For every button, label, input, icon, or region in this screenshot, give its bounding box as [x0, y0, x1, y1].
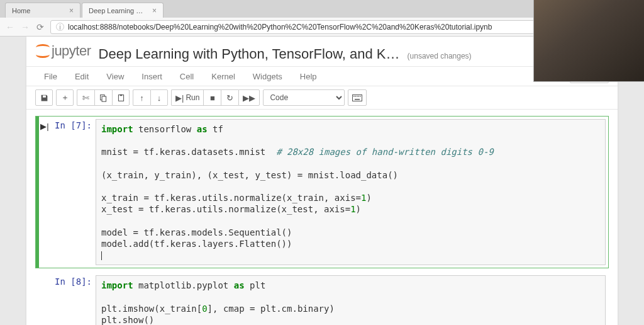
- webcam-overlay: [533, 0, 644, 82]
- save-button[interactable]: [35, 89, 53, 106]
- svg-rect-7: [357, 96, 358, 97]
- plus-icon: ＋: [61, 92, 69, 103]
- code-editor[interactable]: import matplotlib.pyplot as plt plt.imsh…: [96, 275, 606, 325]
- arrow-up-icon: ↑: [140, 93, 144, 103]
- copy-icon: [99, 94, 108, 102]
- info-icon[interactable]: i: [56, 23, 64, 31]
- cell-gutter: ▶|: [39, 117, 50, 268]
- menu-cell[interactable]: Cell: [171, 72, 203, 81]
- restart-run-all-button[interactable]: ▶▶: [238, 89, 260, 106]
- svg-rect-1: [102, 96, 106, 101]
- back-icon[interactable]: ←: [5, 22, 15, 32]
- svg-rect-6: [355, 96, 357, 97]
- tab-title: Home: [12, 7, 64, 14]
- command-palette-button[interactable]: [348, 89, 367, 106]
- menu-kernel[interactable]: Kernel: [203, 72, 244, 81]
- code-cell[interactable]: ▶| In [7]: import tensorflow as tf mnist…: [35, 116, 609, 268]
- stop-icon: ■: [210, 93, 215, 103]
- menu-view[interactable]: View: [97, 72, 133, 81]
- code-cell[interactable]: In [8]: import matplotlib.pyplot as plt …: [35, 272, 609, 325]
- paste-button[interactable]: [112, 89, 130, 106]
- run-label: Run: [186, 93, 199, 102]
- code-editor[interactable]: import tensorflow as tf mnist = tf.keras…: [96, 119, 606, 265]
- move-down-button[interactable]: ↓: [150, 89, 168, 106]
- run-button[interactable]: ▶| Run: [171, 89, 203, 106]
- keyboard-icon: [352, 94, 362, 101]
- notebook-cells: ▶| In [7]: import tensorflow as tf mnist…: [26, 110, 618, 325]
- menu-insert[interactable]: Insert: [133, 72, 171, 81]
- cell-gutter: [39, 273, 50, 325]
- menu-help[interactable]: Help: [291, 72, 326, 81]
- close-icon[interactable]: ×: [69, 6, 74, 15]
- jupyter-logo[interactable]: jupyter: [35, 43, 91, 59]
- step-forward-icon: ▶|: [175, 93, 184, 103]
- save-status: (unsaved changes): [408, 52, 472, 60]
- cut-button[interactable]: ✄: [77, 89, 94, 106]
- notebook-title[interactable]: Deep Learning with Python, TensorFlow, a…: [99, 46, 400, 62]
- insert-cell-button[interactable]: ＋: [56, 89, 74, 106]
- jupyter-logo-icon: [35, 43, 50, 59]
- svg-rect-5: [353, 96, 355, 97]
- close-icon[interactable]: ×: [152, 6, 157, 15]
- move-up-button[interactable]: ↑: [133, 89, 150, 106]
- browser-tab-notebook[interactable]: Deep Learning with Pyth… ×: [82, 3, 164, 18]
- svg-rect-10: [355, 99, 360, 100]
- cell-prompt: In [7]:: [50, 117, 96, 268]
- scissors-icon: ✄: [82, 93, 89, 103]
- menubar: File Edit View Insert Cell Kernel Widget…: [26, 66, 618, 86]
- copy-button[interactable]: [94, 89, 112, 106]
- svg-rect-3: [119, 94, 121, 95]
- menu-file[interactable]: File: [35, 72, 66, 81]
- cell-type-select[interactable]: Code: [263, 89, 345, 106]
- browser-tab-home[interactable]: Home ×: [5, 3, 80, 18]
- reload-icon[interactable]: ⟳: [35, 22, 45, 32]
- cell-prompt: In [8]:: [50, 273, 96, 325]
- restart-button[interactable]: ↻: [221, 89, 238, 106]
- notebook-app: jupyter Deep Learning with Python, Tenso…: [26, 37, 618, 325]
- notebook-header: jupyter Deep Learning with Python, Tenso…: [26, 37, 618, 66]
- menu-widgets[interactable]: Widgets: [244, 72, 291, 81]
- url-text: localhost:8888/notebooks/Deep%20Learning…: [68, 23, 492, 31]
- save-icon: [40, 94, 48, 102]
- restart-icon: ↻: [226, 93, 233, 103]
- svg-rect-9: [360, 96, 361, 97]
- tab-title: Deep Learning with Pyth…: [89, 7, 147, 14]
- step-forward-icon: ▶|: [40, 122, 48, 131]
- arrow-down-icon: ↓: [157, 93, 162, 103]
- svg-rect-8: [358, 96, 360, 97]
- fast-forward-icon: ▶▶: [243, 93, 255, 103]
- jupyter-logo-text: jupyter: [52, 43, 91, 59]
- forward-icon[interactable]: →: [20, 22, 30, 32]
- interrupt-button[interactable]: ■: [203, 89, 221, 106]
- toolbar: ＋ ✄ ↑ ↓ ▶| Run ■ ↻ ▶▶ Code: [26, 86, 618, 110]
- paste-icon: [117, 94, 125, 102]
- menu-edit[interactable]: Edit: [66, 72, 97, 81]
